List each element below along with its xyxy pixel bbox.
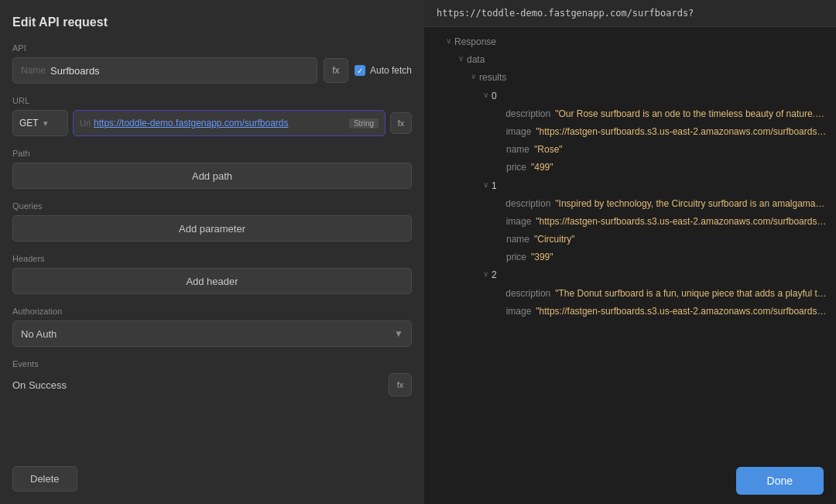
events-section: Events On Success fx: [12, 359, 412, 396]
name-input-wrapper[interactable]: Name Surfboards: [12, 57, 317, 84]
tree-key: name: [506, 142, 529, 157]
tree-key: results: [479, 70, 506, 85]
tree-row[interactable]: ∨1: [424, 177, 836, 195]
tree-row: description"Inspired by technology, the …: [424, 195, 836, 213]
api-name-row: Name Surfboards fx ✓ Auto fetch: [12, 57, 412, 84]
tree-row: price"499": [424, 159, 836, 177]
tree-key: price: [506, 250, 526, 265]
on-success-label: On Success: [12, 379, 67, 391]
api-fx-button[interactable]: fx: [324, 58, 348, 83]
response-tree: ∨Response∨data∨results∨0description"Our …: [424, 27, 836, 504]
chevron-down-icon[interactable]: ∨: [483, 268, 488, 280]
auto-fetch-checkbox[interactable]: ✓: [355, 65, 365, 76]
tree-key: description: [505, 107, 550, 122]
modal-title: Edit API request: [12, 15, 412, 29]
authorization-label: Authorization: [12, 307, 412, 316]
tree-value: "399": [531, 250, 553, 265]
events-label: Events: [12, 359, 412, 369]
tree-value: "https://fastgen-surfboards.s3.us-east-2…: [536, 125, 827, 139]
tree-key: 0: [492, 89, 497, 104]
auth-select[interactable]: No Auth ▼: [12, 321, 412, 347]
auth-chevron-icon: ▼: [394, 328, 403, 339]
url-fx-button[interactable]: fx: [390, 112, 412, 134]
right-footer: Done: [724, 458, 836, 504]
api-name-value: Surfboards: [50, 65, 100, 77]
tree-value: "Inspired by technology, the Circuitry s…: [555, 197, 827, 211]
queries-section: Queries Add parameter: [12, 201, 412, 242]
queries-label: Queries: [12, 201, 412, 211]
chevron-down-icon[interactable]: ∨: [446, 35, 451, 47]
url-label: URL: [12, 96, 412, 105]
tree-row[interactable]: ∨data: [424, 51, 836, 69]
chevron-down-icon[interactable]: ∨: [471, 70, 476, 83]
api-section: API Name Surfboards fx ✓ Auto fetch: [12, 43, 412, 84]
tree-row: description"The Donut surfboard is a fun…: [424, 285, 836, 303]
tree-key: image: [506, 125, 532, 139]
tree-value: "Our Rose surfboard is an ode to the tim…: [555, 107, 827, 122]
left-footer: Delete: [12, 466, 412, 492]
events-row: On Success fx: [12, 373, 412, 396]
done-button[interactable]: Done: [736, 467, 824, 495]
tree-key: 2: [492, 268, 497, 283]
tree-row: description"Our Rose surfboard is an ode…: [424, 105, 836, 123]
response-url-bar: https://toddle-demo.fastgenapp.com/surfb…: [424, 0, 836, 27]
tree-key: image: [506, 304, 532, 319]
tree-key: Response: [454, 35, 496, 50]
tree-key: price: [506, 160, 526, 175]
tree-key: description: [505, 286, 550, 301]
right-panel: https://toddle-demo.fastgenapp.com/surfb…: [424, 0, 836, 504]
chevron-down-icon[interactable]: ∨: [483, 179, 488, 191]
api-label: API: [12, 43, 412, 53]
name-label: Name: [21, 65, 46, 76]
add-path-button[interactable]: Add path: [12, 163, 412, 189]
url-section: URL GET ▼ Url https://toddle-demo.fastge…: [12, 96, 412, 136]
modal: Edit API request API Name Surfboards fx …: [0, 0, 836, 504]
method-value: GET: [19, 118, 39, 129]
authorization-section: Authorization No Auth ▼: [12, 307, 412, 347]
tree-value: "The Donut surfboard is a fun, unique pi…: [555, 286, 827, 301]
tree-value: "Rose": [534, 142, 563, 157]
tree-row: name"Circuitry": [424, 231, 836, 249]
tree-row: image"https://fastgen-surfboards.s3.us-e…: [424, 303, 836, 321]
tree-key: image: [506, 214, 532, 229]
tree-value: "https://fastgen-surfboards.s3.us-east-2…: [536, 214, 827, 229]
tree-key: name: [506, 232, 529, 247]
tree-row[interactable]: ∨results: [424, 69, 836, 87]
tree-key: 1: [492, 179, 497, 194]
tree-value: "https://fastgen-surfboards.s3.us-east-2…: [536, 304, 827, 319]
events-fx-button[interactable]: fx: [389, 373, 412, 396]
method-chevron: ▼: [42, 119, 50, 128]
chevron-down-icon[interactable]: ∨: [483, 89, 488, 101]
headers-label: Headers: [12, 254, 412, 263]
tree-row: image"https://fastgen-surfboards.s3.us-e…: [424, 213, 836, 231]
string-badge: String: [349, 118, 379, 129]
url-value: https://toddle-demo.fastgenapp.com/surfb…: [94, 118, 346, 129]
method-select[interactable]: GET ▼: [12, 110, 68, 136]
auto-fetch-label: Auto fetch: [370, 65, 412, 76]
tree-row[interactable]: ∨Response: [424, 33, 836, 51]
tree-value: "Circuitry": [534, 232, 575, 247]
url-row: GET ▼ Url https://toddle-demo.fastgenapp…: [12, 110, 412, 136]
tree-row[interactable]: ∨2: [424, 266, 836, 284]
url-input-wrapper[interactable]: Url https://toddle-demo.fastgenapp.com/s…: [73, 110, 385, 136]
left-panel: Edit API request API Name Surfboards fx …: [0, 0, 424, 504]
path-label: Path: [12, 149, 412, 158]
auth-value: No Auth: [21, 328, 57, 340]
tree-row: image"https://fastgen-surfboards.s3.us-e…: [424, 123, 836, 141]
tree-row[interactable]: ∨0: [424, 87, 836, 105]
tree-row: price"399": [424, 249, 836, 266]
tree-value: "499": [531, 160, 553, 175]
headers-section: Headers Add header: [12, 254, 412, 294]
chevron-down-icon[interactable]: ∨: [458, 53, 464, 65]
modal-overlay: Edit API request API Name Surfboards fx …: [0, 0, 836, 504]
tree-key: data: [467, 53, 485, 67]
tree-row: name"Rose": [424, 141, 836, 159]
delete-button[interactable]: Delete: [12, 466, 77, 492]
tree-key: description: [505, 197, 550, 211]
path-section: Path Add path: [12, 149, 412, 189]
add-parameter-button[interactable]: Add parameter: [12, 215, 412, 242]
add-header-button[interactable]: Add header: [12, 268, 412, 294]
url-prefix: Url: [80, 118, 91, 128]
auto-fetch-row: ✓ Auto fetch: [355, 65, 412, 76]
